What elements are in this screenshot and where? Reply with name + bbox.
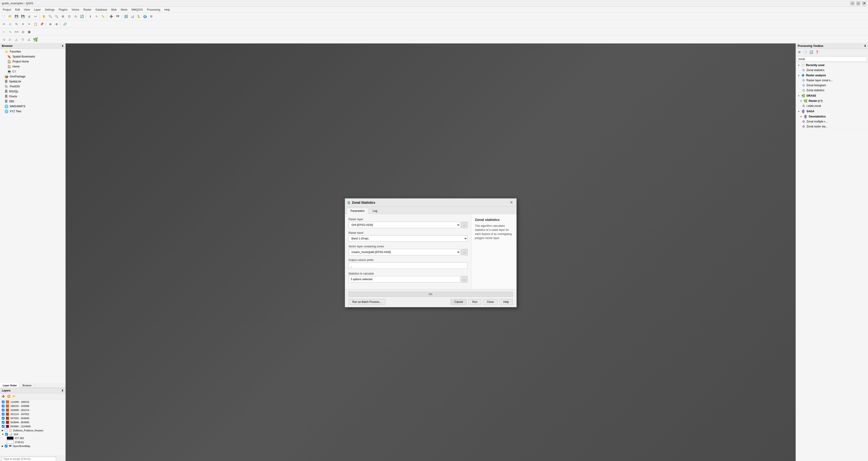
layer-item-ghi-max[interactable]: 2730.61 (0, 440, 65, 444)
menu-view[interactable]: View (22, 8, 32, 12)
layer-checkbox-osm[interactable] (5, 445, 7, 448)
zoom-in-btn[interactable]: 🔍 (47, 13, 53, 20)
rotate-btn[interactable]: ↻ (13, 21, 20, 27)
dialog-tab-log[interactable]: Log (369, 208, 381, 214)
browser-item-spatialite[interactable]: 🗄 SpatiaLite (0, 79, 65, 84)
toolbox-settings-btn[interactable]: ⚙ (797, 49, 802, 55)
arrow-up-btn[interactable]: △ (13, 37, 20, 42)
statistics-browse-btn[interactable]: … (461, 276, 468, 282)
toolbox-item-zonal-raster-sta[interactable]: ⚙ Zonal raster sta... (796, 124, 868, 129)
print-btn[interactable]: 🖨 (26, 13, 32, 20)
python-btn[interactable]: 🐍 (136, 13, 142, 20)
logo-btn[interactable]: 🌿 (33, 37, 38, 42)
map-area[interactable]: Q Zonal Statistics ✕ Parameters Log (66, 43, 796, 461)
add-vector-btn[interactable]: ➕ (108, 13, 114, 20)
layers-open-btn[interactable]: 📂 (12, 394, 17, 399)
zoom-layer-btn[interactable]: ⊡ (66, 13, 72, 20)
toolbox-help-btn[interactable]: ❓ (814, 49, 820, 55)
toolbox-item-zonal-stats-raster[interactable]: ⚙ Zonal statistics (796, 88, 868, 93)
layer-item-edificios[interactable]: ▶ 📋 Edificios_Publicos_Rosario (0, 428, 65, 432)
browser-item-mssql[interactable]: 🗄 MSSQL (0, 89, 65, 94)
menu-web[interactable]: Web (109, 8, 118, 12)
raster-layer-browse-btn[interactable]: … (461, 222, 468, 228)
browser-item-home[interactable]: 🏠 Home (0, 64, 65, 69)
menu-plugins[interactable]: Plugins (57, 8, 69, 12)
run-button[interactable]: Run (468, 299, 481, 305)
minimize-button[interactable]: ─ (850, 1, 855, 5)
dialog-tab-parameters[interactable]: Parameters (347, 208, 369, 214)
menu-mesh[interactable]: Mesh (119, 8, 129, 12)
layer-expand-ghi[interactable]: ▼ (2, 433, 4, 435)
browser-item-db2[interactable]: 🗄 DB2 (0, 99, 65, 104)
layer-checkbox-7[interactable] (2, 425, 4, 428)
delete-btn[interactable]: ✕ (20, 21, 26, 27)
layer-item-ghi-min[interactable]: 477.382 (0, 436, 65, 440)
menu-mmqgis[interactable]: MMQGIS (130, 8, 145, 12)
browser-item-geopackage[interactable]: 📦 GeoPackage (0, 74, 65, 79)
toolbox-item-zonal-stats-recent[interactable]: ⚙ Zonal statistics (796, 68, 868, 73)
output-prefix-input[interactable] (349, 263, 468, 269)
maximize-button[interactable]: □ (856, 1, 860, 5)
locate-input[interactable] (2, 457, 56, 461)
arrow-down-btn[interactable]: ▽ (20, 37, 26, 42)
save-project-btn[interactable]: 💾 (13, 13, 20, 20)
layers-content[interactable]: 114289 - 188152 188152 - 242898 242898 -… (0, 399, 65, 456)
menu-help[interactable]: Help (163, 8, 172, 12)
digitize-btn[interactable]: ✏ (1, 21, 7, 27)
stats-btn[interactable]: 📊 (129, 13, 135, 20)
browser-content[interactable]: ⭐ Favorites 🔖 Spatial Bookmarks 🏠 Projec… (0, 49, 65, 383)
arrow-right-btn[interactable]: ▷ (7, 37, 13, 42)
scale-btn[interactable]: ⤡ (7, 29, 13, 35)
tab-browser[interactable]: Browser (20, 383, 34, 388)
layer-item-2[interactable]: 188152 - 242898 (0, 404, 65, 408)
browser-item-xyz[interactable]: 🌐 XYZ Tiles (0, 109, 65, 114)
copy-btn[interactable]: 📋 (33, 21, 38, 27)
toolbox-history-btn[interactable]: 🕐 (803, 49, 808, 55)
layers-add-btn[interactable]: ➕ (1, 394, 6, 399)
menu-project[interactable]: Project (1, 8, 13, 12)
layer-item-6[interactable]: 563846 - 854965 (0, 420, 65, 424)
refresh-btn[interactable]: 🔄 (79, 13, 85, 20)
layer-expand-edificios[interactable]: ▶ (2, 429, 3, 432)
batch-process-button[interactable]: Run as Batch Process... (349, 299, 385, 305)
open-project-btn[interactable]: 📂 (7, 13, 13, 20)
dialog-close-button[interactable]: ✕ (509, 200, 514, 205)
section-grass-header[interactable]: ▼ 🌿 GRASS (796, 93, 868, 98)
toolbox-item-rstats-zonal[interactable]: ⚙ r.stats.zonal (796, 103, 868, 109)
layer-item-7[interactable]: 854965 - 2224666 (0, 424, 65, 428)
paste-btn[interactable]: 📌 (39, 21, 45, 27)
move-btn[interactable]: ↔ (1, 29, 7, 35)
toolbox-item-zonal-histogram[interactable]: ⚙ Zonal histogram (796, 83, 868, 88)
zoom-select-btn[interactable]: ⊙ (73, 13, 79, 20)
layer-item-ghi[interactable]: ▼ 📊 GHI (0, 432, 65, 436)
angle-btn[interactable]: ∠ (26, 37, 32, 42)
toolbox-item-raster-zonal-s[interactable]: ⚙ Raster layer zonal s... (796, 78, 868, 83)
tab-layer-order[interactable]: Layer Order (0, 383, 20, 388)
vector-layer-browse-btn[interactable]: … (461, 249, 468, 255)
menu-settings[interactable]: Settings (43, 8, 56, 12)
snap-btn[interactable]: 🔗 (62, 21, 68, 27)
toolbox-item-zonal-multiple[interactable]: ⚙ Zonal multiple r... (796, 119, 868, 124)
ring-btn[interactable]: ◎ (20, 29, 26, 35)
layer-checkbox-4[interactable] (2, 413, 4, 416)
menu-edit[interactable]: Edit (13, 8, 22, 12)
merge-btn[interactable]: ⊕ (47, 21, 53, 27)
menu-processing[interactable]: Processing (145, 8, 162, 12)
layer-item-5[interactable]: 347552 - 563846 (0, 416, 65, 420)
browser-item-wms[interactable]: 🌐 WMS/WMTS (0, 104, 65, 109)
section-raster-analysis-header[interactable]: ▼ 🔷 Raster analysis (796, 73, 868, 78)
browser-item-oracle[interactable]: 🗄 Oracle (0, 94, 65, 99)
menu-database[interactable]: Database (94, 8, 109, 12)
layer-item-3[interactable]: 242898 - 281214 (0, 408, 65, 412)
browser-item-postgis[interactable]: 🐘 PostGIS (0, 84, 65, 89)
layer-item-4[interactable]: 281214 - 347552 (0, 412, 65, 416)
globe-btn[interactable]: 🌍 (142, 13, 148, 20)
layer-checkbox-3[interactable] (2, 409, 4, 411)
layer-item-osm[interactable]: ▶ 🗺 OpenStreetMap (0, 444, 65, 448)
layer-expand-osm[interactable]: ▶ (2, 445, 3, 447)
toolbox-refresh-btn[interactable]: 🔄 (808, 49, 814, 55)
layer-checkbox-edificios[interactable] (5, 429, 7, 432)
layer-checkbox-6[interactable] (2, 421, 4, 424)
statistics-input[interactable] (349, 276, 460, 282)
close-button[interactable]: ✕ (862, 1, 866, 5)
